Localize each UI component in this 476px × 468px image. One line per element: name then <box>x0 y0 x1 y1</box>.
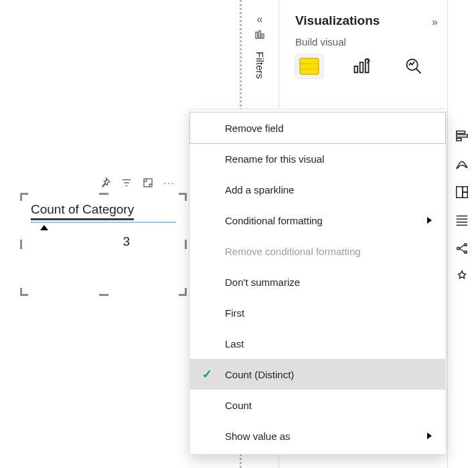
filters-pane-label: Filters <box>254 52 266 79</box>
viz-type-stacked-bar[interactable] <box>453 127 471 145</box>
menu-item-label: Count (Distinct) <box>225 369 294 380</box>
svg-rect-17 <box>456 139 461 141</box>
selection-handle[interactable] <box>179 193 187 201</box>
filter-pane-icon <box>248 29 272 42</box>
build-visual-subtitle: Build visual <box>279 33 446 54</box>
selection-handle[interactable] <box>185 240 187 249</box>
chevron-right-icon <box>427 433 432 439</box>
collapse-left-icon[interactable]: « <box>248 13 272 25</box>
check-icon: ✓ <box>202 367 212 382</box>
svg-rect-5 <box>259 31 261 38</box>
menu-item-first[interactable]: First <box>190 297 445 328</box>
menu-item-last[interactable]: Last <box>190 328 445 359</box>
menu-item-label: Last <box>225 338 244 349</box>
filters-pane-collapsed[interactable]: « Filters <box>248 13 272 79</box>
viz-type-more[interactable] <box>453 268 471 285</box>
svg-rect-16 <box>456 135 467 137</box>
svg-line-14 <box>416 69 421 74</box>
svg-rect-20 <box>462 192 467 198</box>
svg-line-28 <box>459 245 464 249</box>
table-content: Count of Category 3 <box>21 194 185 249</box>
chevron-right-icon <box>427 217 432 224</box>
viz-type-treemap[interactable] <box>453 183 471 201</box>
pin-icon[interactable] <box>99 177 111 189</box>
menu-item-conditional-formatting[interactable]: Conditional formatting <box>190 205 445 236</box>
svg-rect-11 <box>360 62 364 72</box>
menu-item-label: Remove conditional formatting <box>225 246 361 257</box>
visualizations-title: Visualizations <box>295 13 438 28</box>
menu-item-label: Show value as <box>225 431 291 442</box>
menu-item-show-value-as[interactable]: Show value as <box>190 420 445 451</box>
menu-item-label: Don't summarize <box>225 277 300 288</box>
selection-handle[interactable] <box>20 193 28 201</box>
menu-item-count-distinct[interactable]: ✓Count (Distinct) <box>190 359 445 390</box>
svg-rect-18 <box>456 187 462 198</box>
analytics-tab[interactable] <box>400 54 428 78</box>
viz-tab-row <box>279 54 446 86</box>
menu-item-remove-field[interactable]: Remove field <box>190 112 445 143</box>
selection-handle[interactable] <box>20 288 28 296</box>
selection-handle[interactable] <box>179 288 187 296</box>
svg-point-27 <box>464 251 467 254</box>
selection-handle[interactable] <box>99 193 108 195</box>
menu-item-count[interactable]: Count <box>190 390 445 420</box>
svg-rect-6 <box>262 34 264 39</box>
build-visual-tab[interactable] <box>295 54 323 78</box>
viz-type-decomposition[interactable] <box>453 240 471 257</box>
focus-mode-icon[interactable] <box>142 177 154 189</box>
table-cell-value: 3 <box>31 230 134 249</box>
svg-rect-7 <box>300 58 319 74</box>
viz-type-ribbon[interactable] <box>453 155 471 173</box>
selection-handle[interactable] <box>99 294 108 296</box>
filter-icon[interactable] <box>121 177 133 189</box>
svg-rect-4 <box>256 32 258 38</box>
menu-item-label: Remove field <box>225 123 284 134</box>
menu-item-remove-conditional-formatting: Remove conditional formatting <box>190 236 445 266</box>
svg-rect-3 <box>144 179 152 187</box>
selection-handle[interactable] <box>20 240 22 249</box>
table-column-header[interactable]: Count of Category <box>31 202 176 218</box>
menu-item-label: Count <box>225 400 252 411</box>
viz-type-table[interactable] <box>453 212 471 229</box>
menu-item-label: Add a sparkline <box>225 184 294 196</box>
field-context-menu: Remove fieldRename for this visualAdd a … <box>189 109 446 455</box>
menu-item-label: Rename for this visual <box>225 153 324 165</box>
more-options-icon[interactable]: ··· <box>163 177 175 188</box>
visual-gallery-strip <box>447 0 475 468</box>
svg-line-29 <box>459 248 464 252</box>
svg-point-25 <box>457 247 459 250</box>
menu-item-add-a-sparkline[interactable]: Add a sparkline <box>190 174 445 205</box>
menu-item-don-t-summarize[interactable]: Don't summarize <box>190 266 445 297</box>
table-visual[interactable]: Count of Category 3 <box>21 194 185 295</box>
visual-header-toolbar: ··· <box>99 173 175 193</box>
format-visual-tab[interactable] <box>347 54 376 78</box>
sort-ascending-icon[interactable] <box>40 225 48 230</box>
svg-rect-15 <box>456 131 465 134</box>
svg-point-26 <box>464 244 467 246</box>
svg-rect-19 <box>462 187 467 192</box>
expand-pane-icon[interactable]: » <box>432 16 438 28</box>
menu-item-label: Conditional formatting <box>225 215 323 226</box>
svg-rect-10 <box>355 66 358 72</box>
menu-item-label: First <box>225 307 244 319</box>
menu-item-rename-for-this-visual[interactable]: Rename for this visual <box>190 143 445 174</box>
